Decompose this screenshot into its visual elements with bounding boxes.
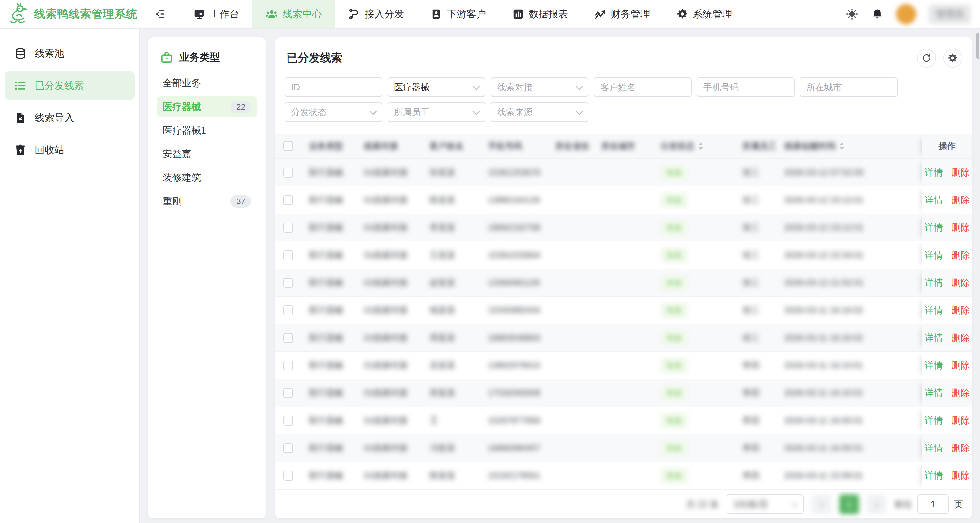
detail-link[interactable]: 详情: [924, 469, 943, 482]
row-checkbox[interactable]: [283, 416, 293, 426]
business-count-badge: 22: [231, 101, 251, 113]
table-header-cell[interactable]: 线索对接: [361, 134, 426, 158]
detail-link[interactable]: 详情: [924, 414, 943, 427]
table-header-cell[interactable]: 业务类型: [305, 134, 361, 158]
bell-icon[interactable]: [871, 8, 883, 20]
page-size-value: 100条/页: [733, 498, 768, 510]
table-header-cell[interactable]: 手机号码: [485, 134, 552, 158]
top-nav-item[interactable]: 数据报表: [499, 0, 581, 28]
detail-link[interactable]: 详情: [924, 332, 943, 344]
filter-field[interactable]: 手机号码: [697, 78, 795, 97]
filter-field[interactable]: 分发状态: [285, 102, 382, 122]
business-type-item[interactable]: 装修建筑: [157, 167, 257, 188]
business-type-item[interactable]: 重刚 37: [157, 191, 257, 212]
delete-link[interactable]: 删除: [951, 359, 970, 372]
top-nav-item[interactable]: 工作台: [180, 0, 252, 28]
table-header-cell[interactable]: 线索创建时间: [781, 134, 889, 158]
delete-link[interactable]: 删除: [951, 332, 970, 344]
status-badge: 有效: [660, 247, 688, 263]
business-count-badge: 37: [231, 195, 251, 208]
row-checkbox[interactable]: [283, 223, 293, 233]
detail-link[interactable]: 详情: [924, 249, 943, 262]
detail-link[interactable]: 详情: [924, 304, 943, 316]
column-settings-button[interactable]: [943, 49, 962, 68]
table-header-cell[interactable]: 分发状态: [657, 134, 739, 158]
avatar[interactable]: [896, 4, 916, 24]
row-checkbox[interactable]: [283, 333, 293, 343]
filter-field[interactable]: 线索来源: [491, 102, 589, 122]
delete-link[interactable]: 删除: [951, 387, 970, 399]
business-type-item[interactable]: 全部业务: [157, 73, 257, 94]
top-nav-item[interactable]: 系统管理: [663, 0, 745, 28]
row-checkbox[interactable]: [283, 250, 293, 260]
refresh-button[interactable]: [917, 49, 936, 68]
filter-field[interactable]: 线索对接: [491, 78, 589, 97]
row-checkbox[interactable]: [283, 168, 293, 178]
cell-business-type: 医疗器械: [309, 387, 343, 399]
cell-business-type: 医疗器械: [309, 305, 343, 316]
top-nav-item[interactable]: 线索中心: [252, 0, 335, 28]
top-nav-item[interactable]: 下游客户: [417, 0, 499, 28]
next-page-button[interactable]: ›: [867, 494, 886, 514]
business-type-item[interactable]: 医疗器械1: [157, 120, 257, 141]
user-name[interactable]: 管理员: [929, 5, 971, 24]
delete-link[interactable]: 删除: [951, 277, 970, 289]
filter-field[interactable]: 所在城市: [800, 78, 897, 97]
sidebar: 线索池 已分发线索 线索导入 回收站: [0, 29, 140, 523]
filter-field[interactable]: 客户姓名: [594, 78, 692, 97]
filter-field[interactable]: 所属员工: [388, 102, 485, 122]
row-checkbox[interactable]: [283, 388, 293, 398]
jump-page-input[interactable]: 1: [917, 494, 949, 514]
main-header: 已分发线索: [275, 37, 972, 68]
delete-link[interactable]: 删除: [951, 304, 970, 316]
prev-page-button[interactable]: ‹: [811, 494, 831, 514]
sidebar-item[interactable]: 回收站: [5, 135, 135, 165]
top-nav-item[interactable]: 接入分发: [335, 0, 417, 28]
row-checkbox[interactable]: [283, 443, 293, 453]
detail-link[interactable]: 详情: [924, 442, 943, 455]
detail-link[interactable]: 详情: [924, 221, 943, 234]
cell-lead-channel: 01线索对接: [364, 250, 407, 261]
select-all-checkbox[interactable]: [283, 141, 293, 151]
delete-link[interactable]: 删除: [951, 221, 970, 234]
detail-link[interactable]: 详情: [924, 359, 943, 372]
row-checkbox[interactable]: [283, 361, 293, 370]
delete-link[interactable]: 删除: [951, 249, 970, 262]
top-nav-item[interactable]: 财务管理: [581, 0, 663, 28]
delete-link[interactable]: 删除: [951, 469, 970, 482]
filter-field[interactable]: ID: [285, 78, 382, 97]
page-size-select[interactable]: 100条/页: [727, 494, 804, 514]
sort-icon[interactable]: [698, 142, 703, 150]
detail-link[interactable]: 详情: [924, 277, 943, 289]
row-checkbox[interactable]: [283, 305, 293, 315]
table-header-cell[interactable]: 所在省份: [552, 134, 598, 158]
detail-link[interactable]: 详情: [924, 194, 943, 207]
cell-staff: 李四: [742, 442, 759, 454]
sidebar-item[interactable]: 线索池: [5, 39, 135, 68]
header-checkbox-cell: [275, 134, 305, 158]
table-header-cell[interactable]: 客户姓名: [426, 134, 485, 158]
sidebar-item[interactable]: 线索导入: [5, 103, 135, 132]
business-type-item[interactable]: 安益嘉: [157, 144, 257, 165]
cell-staff: 李四: [742, 470, 759, 481]
delete-link[interactable]: 删除: [951, 166, 970, 179]
cell-staff: 张三: [742, 167, 759, 178]
delete-link[interactable]: 删除: [951, 194, 970, 207]
delete-link[interactable]: 删除: [951, 442, 970, 455]
sidebar-item[interactable]: 已分发线索: [5, 71, 135, 100]
scrollbar-thumb[interactable]: [977, 33, 979, 59]
current-page-button[interactable]: 1: [839, 494, 859, 514]
row-checkbox[interactable]: [283, 195, 293, 205]
delete-link[interactable]: 删除: [951, 414, 970, 427]
table-header-cell[interactable]: 所在城市: [598, 134, 657, 158]
sidebar-collapse-icon[interactable]: [154, 0, 166, 28]
row-checkbox[interactable]: [283, 471, 293, 481]
filter-field[interactable]: 医疗器械: [388, 78, 485, 97]
business-type-item[interactable]: 医疗器械 22: [157, 97, 257, 118]
detail-link[interactable]: 详情: [924, 387, 943, 399]
row-checkbox[interactable]: [283, 278, 293, 288]
sort-icon[interactable]: [840, 142, 844, 150]
detail-link[interactable]: 详情: [924, 166, 943, 179]
theme-sun-icon[interactable]: [845, 8, 859, 21]
table-header-cell[interactable]: 所属员工: [739, 134, 781, 158]
